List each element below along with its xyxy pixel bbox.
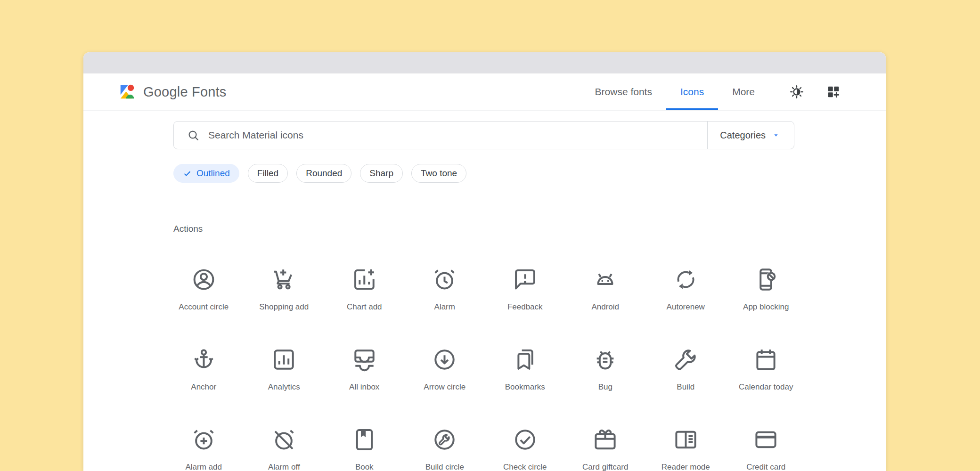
icon-tile-anchor[interactable]: Anchor: [163, 347, 244, 427]
apps-grid-icon: [826, 85, 841, 99]
anchor-icon: [191, 347, 216, 372]
icon-label: Bookmarks: [505, 382, 545, 392]
arrow-circle-down-icon: [432, 347, 457, 372]
credit-card-icon: [753, 427, 778, 452]
icon-tile-app-blocking[interactable]: App blocking: [726, 267, 807, 347]
categories-label: Categories: [720, 130, 766, 141]
icon-label: Book: [355, 463, 374, 471]
autorenew-icon: [673, 267, 698, 292]
alarm-add-icon: [191, 427, 216, 452]
icon-grid: Account circle Shopping add Chart add: [163, 267, 806, 471]
icon-label: Card giftcard: [582, 463, 628, 471]
icon-tile-android[interactable]: Android: [565, 267, 646, 347]
icon-tile-feedback[interactable]: Feedback: [485, 267, 565, 347]
google-fonts-logo[interactable]: Google Fonts: [118, 83, 227, 101]
icon-tile-autorenew[interactable]: Autorenew: [645, 267, 726, 347]
search-icon: [187, 129, 200, 142]
chip-sharp[interactable]: Sharp: [360, 164, 403, 183]
icon-label: Build circle: [425, 463, 464, 471]
icon-label: Check circle: [503, 463, 547, 471]
icon-search-bar: Categories: [173, 121, 794, 149]
chip-label: Rounded: [306, 168, 342, 179]
caret-down-icon: [772, 131, 780, 139]
feedback-icon: [513, 267, 538, 292]
icon-tile-reader-mode[interactable]: Reader mode: [645, 427, 726, 471]
icon-tile-alarm-off[interactable]: Alarm off: [244, 427, 325, 471]
icon-label: Analytics: [268, 382, 300, 392]
build-icon: [673, 347, 698, 372]
icon-tile-bookmarks[interactable]: Bookmarks: [485, 347, 565, 427]
chip-label: Outlined: [196, 168, 230, 179]
chip-outlined[interactable]: Outlined: [173, 164, 239, 183]
icon-label: Calendar today: [739, 382, 793, 392]
icon-tile-account-circle[interactable]: Account circle: [163, 267, 244, 347]
icon-tile-all-inbox[interactable]: All inbox: [324, 347, 405, 427]
icon-tile-chart-add[interactable]: Chart add: [324, 267, 405, 347]
analytics-icon: [271, 347, 296, 372]
browser-chrome-bar: [83, 52, 886, 73]
icon-label: Account circle: [179, 302, 229, 312]
nav-icons[interactable]: Icons: [666, 73, 718, 110]
check-circle-icon: [513, 427, 538, 452]
icon-tile-alarm-add[interactable]: Alarm add: [163, 427, 244, 471]
browser-window: Google Fonts Browse fonts Icons More: [83, 52, 886, 471]
icon-tile-build-circle[interactable]: Build circle: [405, 427, 485, 471]
theme-toggle-icon: [790, 85, 804, 99]
reader-mode-icon: [673, 427, 698, 452]
search-input[interactable]: [207, 129, 707, 141]
chip-rounded[interactable]: Rounded: [296, 164, 351, 183]
icon-label: Autorenew: [667, 302, 705, 312]
nav-browse-fonts[interactable]: Browse fonts: [581, 73, 666, 110]
style-filter-chips: Outlined Filled Rounded Sharp Two tone: [173, 164, 466, 183]
chip-filled[interactable]: Filled: [248, 164, 288, 183]
checkmark-icon: [183, 169, 192, 178]
icon-tile-shopping-add[interactable]: Shopping add: [244, 267, 325, 347]
alarm-off-icon: [271, 427, 296, 452]
add-shopping-cart-icon: [271, 267, 296, 292]
icon-tile-book[interactable]: Book: [324, 427, 405, 471]
icon-tile-bug[interactable]: Bug: [565, 347, 646, 427]
icon-label: Bug: [598, 382, 612, 392]
chip-label: Two tone: [421, 168, 457, 179]
icon-tile-arrow-circle[interactable]: Arrow circle: [405, 347, 485, 427]
card-giftcard-icon: [593, 427, 618, 452]
icon-tile-calendar-today[interactable]: Calendar today: [726, 347, 807, 427]
google-fonts-logo-icon: [118, 83, 136, 101]
icon-tile-analytics[interactable]: Analytics: [244, 347, 325, 427]
apps-grid-button[interactable]: [826, 85, 841, 99]
book-icon: [352, 427, 377, 452]
section-title: Actions: [173, 224, 203, 234]
android-icon: [593, 267, 618, 292]
chip-two-tone[interactable]: Two tone: [411, 164, 466, 183]
chip-label: Filled: [257, 168, 278, 179]
icon-label: Alarm off: [268, 463, 300, 471]
icon-label: App blocking: [743, 302, 789, 312]
icon-label: Reader mode: [662, 463, 710, 471]
categories-dropdown[interactable]: Categories: [707, 122, 794, 149]
icon-tile-check-circle[interactable]: Check circle: [485, 427, 565, 471]
icon-label: All inbox: [349, 382, 379, 392]
icon-label: Android: [591, 302, 619, 312]
icon-label: Credit card: [746, 463, 785, 471]
theme-toggle-button[interactable]: [790, 85, 804, 99]
header-icon-buttons: [790, 85, 841, 99]
icon-label: Arrow circle: [424, 382, 466, 392]
icon-tile-build[interactable]: Build: [645, 347, 726, 427]
site-header: Google Fonts Browse fonts Icons More: [83, 73, 886, 111]
icon-label: Shopping add: [259, 302, 309, 312]
icon-tile-credit-card[interactable]: Credit card: [726, 427, 807, 471]
icon-tile-card-giftcard[interactable]: Card giftcard: [565, 427, 646, 471]
calendar-today-icon: [753, 347, 778, 372]
icon-tile-alarm[interactable]: Alarm: [405, 267, 485, 347]
account-circle-icon: [191, 267, 216, 292]
app-blocking-icon: [753, 267, 778, 292]
icon-label: Chart add: [347, 302, 382, 312]
bug-report-icon: [593, 347, 618, 372]
nav-more[interactable]: More: [718, 73, 769, 110]
alarm-icon: [432, 267, 457, 292]
main-nav: Browse fonts Icons More: [581, 73, 769, 110]
chip-label: Sharp: [369, 168, 393, 179]
icon-label: Alarm: [434, 302, 455, 312]
bookmarks-icon: [513, 347, 538, 372]
icon-label: Anchor: [191, 382, 216, 392]
